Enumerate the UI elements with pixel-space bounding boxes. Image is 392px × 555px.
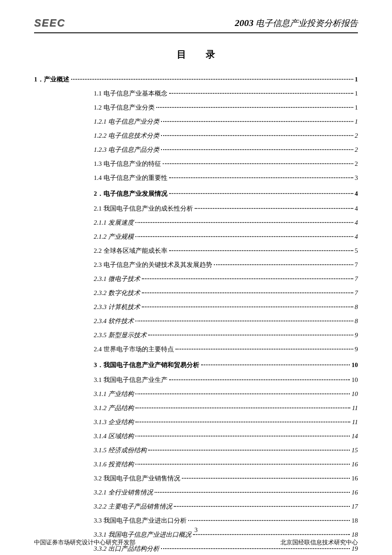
toc-page: 8 [355, 315, 358, 327]
toc-dots [155, 492, 350, 493]
toc-dots [193, 534, 350, 535]
toc-dots [135, 236, 353, 237]
toc-dots [214, 264, 353, 265]
toc-label: 3.2.2 主要电子产品销售情况 [94, 501, 172, 512]
toc-entry: 2.1.1 发展速度4 [94, 217, 358, 228]
toc-dots [142, 292, 353, 293]
toc-dots [135, 222, 353, 223]
logo: SEEC [34, 17, 65, 29]
toc-page: 10 [352, 374, 358, 386]
toc-dots [142, 278, 353, 279]
toc-dots [156, 107, 353, 108]
toc-dots [201, 364, 350, 365]
toc-page: 11 [352, 402, 358, 414]
toc-label: 3.2 我国电子信息产业销售情况 [94, 473, 180, 484]
toc-label: 1.2.2 电子信息技术分类 [94, 130, 159, 142]
toc-title: 目 录 [9, 48, 392, 61]
toc-page: 16 [352, 459, 358, 470]
toc-entry: 2.3.4 软件技术8 [94, 315, 358, 327]
toc-dots [169, 177, 353, 178]
toc-page: 1 [355, 88, 358, 99]
toc-entry: 3.2 我国电子信息产业销售情况16 [94, 473, 358, 484]
toc-label: 2.3.4 软件技术 [94, 315, 134, 327]
toc-page: 1 [355, 102, 358, 113]
toc-entry: 3.1.3 企业结构11 [94, 416, 358, 428]
toc-label: 3.1.2 产品结构 [94, 402, 134, 414]
toc-dots [142, 306, 353, 307]
toc-label: 3.1.6 投资结构 [94, 459, 134, 470]
toc-page: 18 [352, 515, 358, 526]
toc-dots [176, 349, 353, 350]
toc-dots [163, 163, 353, 164]
toc-entry: 1.1 电子信息产业基本概念1 [94, 88, 358, 99]
toc-dots [148, 335, 353, 335]
toc-label: 2.2 全球各区域产能成长率 [94, 245, 167, 257]
toc-page: 1 [355, 74, 358, 85]
toc-dots [135, 436, 350, 436]
toc-label: 1.3 电子信息产业的特征 [94, 158, 161, 170]
toc-label: 1．产业概述 [34, 74, 69, 85]
toc-entry: 2.3.1 微电子技术7 [94, 273, 358, 285]
toc-page: 4 [355, 188, 358, 199]
toc-entry: 3．我国电子信息产业产销和贸易分析10 [94, 359, 358, 371]
toc-page: 2 [355, 130, 358, 142]
toc-entry: 3.1.4 区域结构14 [94, 431, 358, 442]
toc-label: 3.2.1 全行业销售情况 [94, 487, 153, 498]
toc-label: 3.1.5 经济成份结构 [94, 445, 147, 456]
toc-dots [169, 93, 353, 94]
toc-label: 2.4 世界电子市场的主要特点 [94, 344, 174, 355]
toc-page: 16 [352, 487, 358, 498]
toc-page: 14 [352, 431, 358, 442]
toc-entry: 1.2.3 电子信息产品分类2 [94, 144, 358, 156]
toc-label: 2.3 电子信息产业的关键技术及其发展趋势 [94, 259, 212, 271]
footer-right: 北京国经联信息技术研究中心 [280, 539, 358, 546]
toc-dots [161, 149, 353, 150]
toc-entry: 2.1.2 产业规模4 [94, 231, 358, 243]
toc-page: 3 [355, 172, 358, 184]
toc-entry: 2．电子信息产业发展情况4 [94, 188, 358, 199]
toc-label: 3.1.1 产业结构 [94, 388, 134, 400]
toc-page: 7 [355, 259, 358, 271]
toc-entry: 3.2.2 主要电子产品销售情况17 [94, 501, 358, 512]
header-title: 2003 电子信息产业投资分析报告 [235, 17, 358, 29]
toc-entry: 1.2 电子信息产业分类1 [94, 102, 358, 113]
toc-page: 9 [355, 330, 358, 341]
toc-page: 4 [355, 203, 358, 214]
toc-label: 3.1.4 区域结构 [94, 431, 134, 442]
toc-entry: 2.3.2 数字化技术7 [94, 287, 358, 299]
toc-entry: 2.3.3 计算机技术8 [94, 301, 358, 313]
toc-dots [161, 548, 350, 549]
toc-page: 4 [355, 231, 358, 243]
toc-page: 10 [352, 388, 358, 400]
page-header: SEEC 2003 电子信息产业投资分析报告 [34, 0, 358, 33]
toc-page: 4 [355, 217, 358, 228]
toc-page: 16 [352, 473, 358, 484]
toc-label: 2.1.2 产业规模 [94, 231, 134, 243]
toc-label: 2.3.3 计算机技术 [94, 301, 140, 313]
toc-label: 3.1 我国电子信息产业生产 [94, 374, 167, 386]
toc-entry: 2.2 全球各区域产能成长率5 [94, 245, 358, 257]
toc-page: 1 [355, 116, 358, 127]
toc-label: 2.1 我国电子信息产业的成长性分析 [94, 203, 193, 214]
toc-entry: 2.3 电子信息产业的关键技术及其发展趋势7 [94, 259, 358, 271]
toc-entry: 2.1 我国电子信息产业的成长性分析4 [94, 203, 358, 214]
toc-label: 3.1.3 企业结构 [94, 416, 134, 428]
toc-dots [182, 478, 350, 479]
toc-label: 2.3.5 新型显示技术 [94, 330, 147, 341]
toc-dots [135, 464, 350, 465]
toc-page: 2 [355, 158, 358, 170]
toc-dots [135, 321, 353, 321]
toc-dots [174, 506, 350, 507]
toc-entry: 1.4 电子信息产业的重要性3 [94, 172, 358, 184]
toc-page: 8 [355, 301, 358, 313]
toc-entry: 3.1.5 经济成份结构15 [94, 445, 358, 456]
toc-label: 3．我国电子信息产业产销和贸易分析 [94, 359, 199, 371]
toc-dots [188, 520, 350, 521]
toc-dots [71, 79, 353, 80]
toc-label: 1.1 电子信息产业基本概念 [94, 88, 167, 99]
toc-dots [169, 379, 350, 380]
toc-dots [135, 422, 350, 422]
page-footer: 中国证券市场研究设计中心研究开发部 北京国经联信息技术研究中心 [34, 539, 358, 546]
toc-entry: 1.3 电子信息产业的特征2 [94, 158, 358, 170]
toc-label: 1.4 电子信息产业的重要性 [94, 172, 167, 184]
